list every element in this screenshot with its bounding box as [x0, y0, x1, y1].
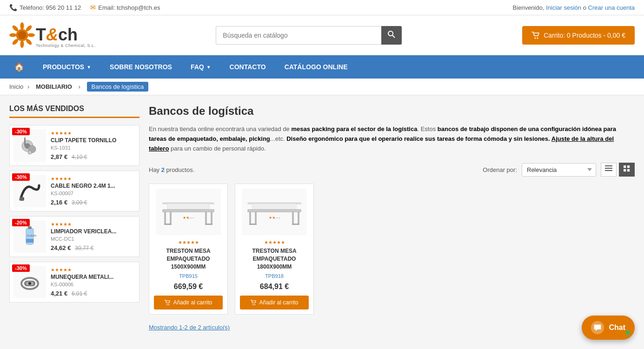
search-input[interactable]	[216, 26, 381, 45]
cart-label: Carrito: 0 Productos - 0,00 €	[544, 32, 625, 39]
svg-rect-33	[624, 169, 626, 171]
sidebar-item-1[interactable]: -30% ★★★★★ CABLE NEGRO 2.4M 1... KS-0000…	[9, 171, 139, 211]
view-grid-button[interactable]	[619, 163, 635, 177]
product-showing: Mostrando 1-2 de 2 artículo(s)	[149, 324, 635, 331]
svg-rect-56	[252, 204, 296, 209]
svg-text:★★★: ★★★	[187, 217, 194, 219]
logo-amp: &	[46, 25, 58, 44]
product-price-0: 669,59 €	[174, 283, 203, 291]
chat-widget[interactable]: Chat	[582, 316, 635, 340]
svg-rect-50	[249, 212, 251, 225]
svg-rect-39	[170, 212, 172, 225]
nav-catalogo-label: CATÁLOGO ONLINE	[285, 63, 348, 71]
product-0-image: ★★ ★★★	[160, 193, 216, 230]
nav-contacto-label: CONTACTO	[230, 63, 266, 71]
sidebar: LOS MÁS VENDIDOS -30% ★★★★★ CLIP TAPETE …	[9, 105, 139, 331]
add-cart-button-1[interactable]: Añadir al carrito	[240, 296, 309, 309]
svg-rect-19	[20, 197, 24, 201]
add-cart-button-0[interactable]: Añadir al carrito	[154, 296, 223, 309]
svg-rect-35	[163, 210, 214, 212]
sidebar-title: LOS MÁS VENDIDOS	[9, 105, 139, 118]
svg-point-60	[254, 304, 255, 305]
svg-text:★★★: ★★★	[273, 217, 280, 219]
main-content: LOS MÁS VENDIDOS -30% ★★★★★ CLIP TAPETE …	[0, 95, 644, 340]
sidebar-item-sku-3: KS-00006	[51, 282, 135, 287]
email-label: Email: tchshop@tch.es	[98, 4, 160, 11]
svg-rect-42	[205, 224, 212, 225]
sidebar-item-sku-1: KS-00007	[51, 191, 135, 196]
nav-productos-label: PRODUCTOS	[43, 63, 84, 71]
register-link[interactable]: Crear una cuenta	[588, 4, 635, 11]
add-cart-label-1: Añadir al carrito	[259, 299, 298, 306]
page-title: Bancos de logística	[149, 105, 635, 118]
chat-bubble-icon	[591, 321, 604, 334]
svg-rect-55	[292, 224, 299, 225]
product-price-1: 684,91 €	[260, 283, 289, 291]
navigation: 🏠 PRODUCTOS ▼ SOBRE NOSOTROS FAQ ▼ CONTA…	[0, 55, 644, 79]
product-stars-1: ★★★★★	[264, 240, 285, 245]
breadcrumb: Inicio › MOBILIARIO › Bancos de logístic…	[0, 79, 644, 95]
svg-point-2	[9, 33, 17, 37]
product-card-0[interactable]: ★★ ★★★ ★★★★★ TRESTON MESA EMPAQUETADO 15…	[149, 184, 228, 314]
product-area: Bancos de logística En nuestra tienda on…	[149, 105, 635, 331]
stars-3: ★★★★★	[51, 267, 135, 272]
welcome-text: Bienvenido,	[513, 4, 544, 11]
search-button[interactable]	[381, 26, 402, 45]
svg-rect-29	[605, 168, 612, 169]
stars-1: ★★★★★	[51, 176, 135, 181]
stars-0: ★★★★★	[51, 131, 135, 136]
logo-main-text: T&ch	[36, 26, 78, 43]
limpiador-product-img: CLEAN	[16, 223, 44, 250]
product-stars-0: ★★★★★	[178, 240, 199, 245]
view-list-button[interactable]	[601, 163, 617, 177]
svg-rect-17	[24, 138, 26, 146]
sort-select[interactable]: Relevancia Nombre A-Z Nombre Z-A Precio:…	[522, 163, 596, 177]
nav-catalogo[interactable]: CATÁLOGO ONLINE	[275, 56, 357, 78]
nav-productos[interactable]: PRODUCTOS ▼	[33, 56, 100, 78]
svg-rect-52	[255, 212, 257, 225]
breadcrumb-sep1: ›	[27, 83, 31, 90]
product-count: Hay 2 productos.	[149, 166, 194, 173]
product-toolbar: Hay 2 productos. Ordenar por: Relevancia…	[149, 163, 635, 177]
nav-contacto[interactable]: CONTACTO	[220, 56, 275, 78]
logo[interactable]: T&ch Technology & Chemical, S.L.	[9, 22, 96, 48]
sidebar-item-oldprice-1: 3,09 €	[72, 199, 87, 206]
sidebar-item-2[interactable]: -20% CLEAN ★★★★★ LIMPIADOR VERICLEA... M…	[9, 216, 139, 257]
breadcrumb-inicio[interactable]: Inicio	[9, 83, 23, 90]
svg-rect-51	[298, 212, 299, 225]
svg-rect-31	[624, 165, 626, 168]
nav-home[interactable]: 🏠	[5, 55, 33, 79]
logo-icon	[9, 22, 35, 48]
svg-point-3	[27, 33, 35, 37]
product-card-1[interactable]: ★★ ★★★ ★★★★★ TRESTON MESA EMPAQUETADO 18…	[235, 184, 314, 314]
sidebar-item-oldprice-0: 4,10 €	[72, 154, 87, 160]
svg-rect-40	[205, 212, 207, 225]
grid-view-icon	[623, 165, 631, 172]
product-name-0: TRESTON MESA EMPAQUETADO 1500X900MM	[154, 247, 223, 270]
discount-badge-3: -30%	[12, 264, 30, 272]
svg-rect-53	[292, 212, 294, 225]
nav-faq[interactable]: FAQ ▼	[181, 56, 220, 78]
login-link[interactable]: Iniciar sesión	[546, 4, 581, 11]
top-bar-left: 📞 Teléfono: 956 20 11 12 ✉ Email: tchsho…	[9, 4, 160, 11]
svg-point-47	[168, 304, 169, 305]
sidebar-item-3[interactable]: -30% ★★★★★ MUNEQUERA METALI... KS-00006 …	[9, 262, 139, 303]
nav-faq-label: FAQ	[191, 63, 204, 71]
sidebar-item-info-2: ★★★★★ LIMPIADOR VERICLEA... MCC-DC1 24,6…	[51, 222, 135, 251]
product-name-1: TRESTON MESA EMPAQUETADO 1800X900MM	[240, 247, 309, 270]
nav-sobre-nosotros[interactable]: SOBRE NOSOTROS	[100, 56, 181, 78]
product-card-img-1: ★★ ★★★	[242, 189, 307, 235]
product-sku-0: TPB915	[179, 273, 198, 279]
view-buttons	[601, 163, 635, 177]
nav-productos-arrow: ▼	[86, 65, 91, 70]
svg-point-10	[388, 31, 393, 36]
sidebar-item-0[interactable]: -30% ★★★★★ CLIP TAPETE TORNILLO KS-1031 …	[9, 125, 139, 166]
discount-badge-0: -30%	[12, 128, 30, 135]
product-grid: ★★ ★★★ ★★★★★ TRESTON MESA EMPAQUETADO 15…	[149, 184, 635, 314]
top-bar: 📞 Teléfono: 956 20 11 12 ✉ Email: tchsho…	[0, 0, 644, 15]
home-icon: 🏠	[14, 62, 24, 72]
svg-point-46	[167, 304, 168, 305]
sidebar-item-name-3: MUNEQUERA METALI...	[51, 274, 135, 280]
svg-rect-34	[627, 169, 630, 171]
cart-button[interactable]: Carrito: 0 Productos - 0,00 €	[522, 26, 635, 45]
